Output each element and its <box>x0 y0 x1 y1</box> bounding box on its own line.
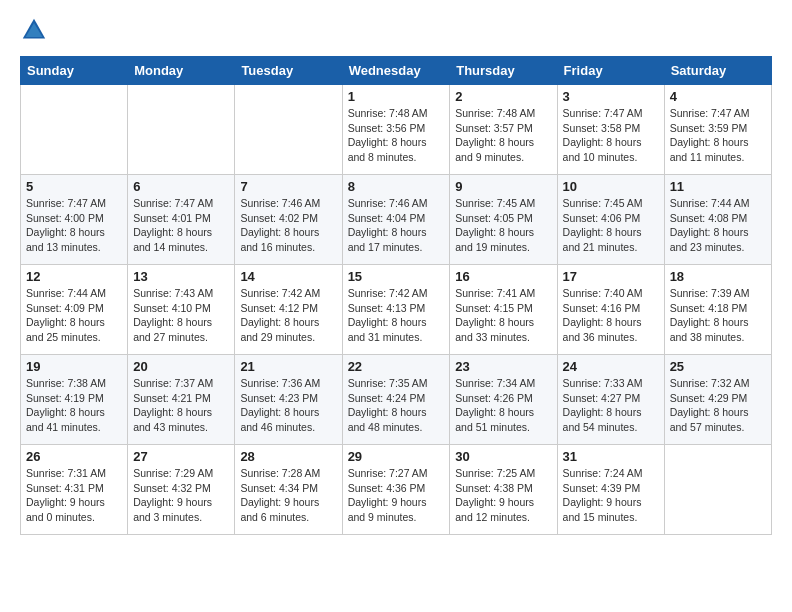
calendar-day-cell: 10Sunrise: 7:45 AMSunset: 4:06 PMDayligh… <box>557 175 664 265</box>
day-number: 11 <box>670 179 766 194</box>
calendar-day-cell <box>128 85 235 175</box>
calendar-day-cell <box>21 85 128 175</box>
calendar-day-cell: 9Sunrise: 7:45 AMSunset: 4:05 PMDaylight… <box>450 175 557 265</box>
day-info: Sunrise: 7:47 AMSunset: 4:00 PMDaylight:… <box>26 196 122 255</box>
calendar-day-cell: 11Sunrise: 7:44 AMSunset: 4:08 PMDayligh… <box>664 175 771 265</box>
calendar-day-cell: 29Sunrise: 7:27 AMSunset: 4:36 PMDayligh… <box>342 445 450 535</box>
calendar-day-header: Friday <box>557 57 664 85</box>
day-number: 15 <box>348 269 445 284</box>
calendar-day-cell: 17Sunrise: 7:40 AMSunset: 4:16 PMDayligh… <box>557 265 664 355</box>
day-number: 30 <box>455 449 551 464</box>
day-info: Sunrise: 7:47 AMSunset: 3:59 PMDaylight:… <box>670 106 766 165</box>
day-info: Sunrise: 7:48 AMSunset: 3:57 PMDaylight:… <box>455 106 551 165</box>
day-info: Sunrise: 7:37 AMSunset: 4:21 PMDaylight:… <box>133 376 229 435</box>
day-number: 9 <box>455 179 551 194</box>
day-number: 19 <box>26 359 122 374</box>
day-info: Sunrise: 7:36 AMSunset: 4:23 PMDaylight:… <box>240 376 336 435</box>
day-info: Sunrise: 7:45 AMSunset: 4:05 PMDaylight:… <box>455 196 551 255</box>
day-number: 21 <box>240 359 336 374</box>
calendar-week-row: 1Sunrise: 7:48 AMSunset: 3:56 PMDaylight… <box>21 85 772 175</box>
day-info: Sunrise: 7:31 AMSunset: 4:31 PMDaylight:… <box>26 466 122 525</box>
day-number: 8 <box>348 179 445 194</box>
calendar-week-row: 5Sunrise: 7:47 AMSunset: 4:00 PMDaylight… <box>21 175 772 265</box>
day-info: Sunrise: 7:32 AMSunset: 4:29 PMDaylight:… <box>670 376 766 435</box>
calendar-day-cell: 23Sunrise: 7:34 AMSunset: 4:26 PMDayligh… <box>450 355 557 445</box>
calendar-day-cell: 16Sunrise: 7:41 AMSunset: 4:15 PMDayligh… <box>450 265 557 355</box>
calendar-day-cell: 22Sunrise: 7:35 AMSunset: 4:24 PMDayligh… <box>342 355 450 445</box>
day-info: Sunrise: 7:44 AMSunset: 4:08 PMDaylight:… <box>670 196 766 255</box>
calendar-day-cell: 15Sunrise: 7:42 AMSunset: 4:13 PMDayligh… <box>342 265 450 355</box>
day-info: Sunrise: 7:46 AMSunset: 4:04 PMDaylight:… <box>348 196 445 255</box>
calendar-day-cell: 20Sunrise: 7:37 AMSunset: 4:21 PMDayligh… <box>128 355 235 445</box>
day-number: 14 <box>240 269 336 284</box>
logo-icon <box>20 16 48 44</box>
calendar-day-header: Wednesday <box>342 57 450 85</box>
day-number: 5 <box>26 179 122 194</box>
day-number: 12 <box>26 269 122 284</box>
calendar-day-cell: 18Sunrise: 7:39 AMSunset: 4:18 PMDayligh… <box>664 265 771 355</box>
calendar-day-cell: 8Sunrise: 7:46 AMSunset: 4:04 PMDaylight… <box>342 175 450 265</box>
day-number: 23 <box>455 359 551 374</box>
day-number: 22 <box>348 359 445 374</box>
day-number: 28 <box>240 449 336 464</box>
day-number: 18 <box>670 269 766 284</box>
day-info: Sunrise: 7:42 AMSunset: 4:13 PMDaylight:… <box>348 286 445 345</box>
day-number: 27 <box>133 449 229 464</box>
calendar-day-header: Saturday <box>664 57 771 85</box>
calendar-day-cell: 4Sunrise: 7:47 AMSunset: 3:59 PMDaylight… <box>664 85 771 175</box>
day-info: Sunrise: 7:25 AMSunset: 4:38 PMDaylight:… <box>455 466 551 525</box>
calendar-day-header: Sunday <box>21 57 128 85</box>
logo <box>20 16 52 44</box>
day-number: 2 <box>455 89 551 104</box>
day-info: Sunrise: 7:28 AMSunset: 4:34 PMDaylight:… <box>240 466 336 525</box>
calendar-day-cell: 6Sunrise: 7:47 AMSunset: 4:01 PMDaylight… <box>128 175 235 265</box>
day-number: 3 <box>563 89 659 104</box>
day-number: 1 <box>348 89 445 104</box>
calendar-day-cell: 12Sunrise: 7:44 AMSunset: 4:09 PMDayligh… <box>21 265 128 355</box>
calendar-week-row: 26Sunrise: 7:31 AMSunset: 4:31 PMDayligh… <box>21 445 772 535</box>
calendar-day-cell: 3Sunrise: 7:47 AMSunset: 3:58 PMDaylight… <box>557 85 664 175</box>
calendar-day-cell: 14Sunrise: 7:42 AMSunset: 4:12 PMDayligh… <box>235 265 342 355</box>
calendar-header-row: SundayMondayTuesdayWednesdayThursdayFrid… <box>21 57 772 85</box>
page-header <box>20 16 772 44</box>
day-number: 6 <box>133 179 229 194</box>
day-info: Sunrise: 7:38 AMSunset: 4:19 PMDaylight:… <box>26 376 122 435</box>
calendar-day-cell: 5Sunrise: 7:47 AMSunset: 4:00 PMDaylight… <box>21 175 128 265</box>
day-number: 17 <box>563 269 659 284</box>
day-number: 16 <box>455 269 551 284</box>
day-number: 25 <box>670 359 766 374</box>
calendar-week-row: 12Sunrise: 7:44 AMSunset: 4:09 PMDayligh… <box>21 265 772 355</box>
calendar-day-header: Thursday <box>450 57 557 85</box>
calendar-day-cell: 7Sunrise: 7:46 AMSunset: 4:02 PMDaylight… <box>235 175 342 265</box>
day-number: 24 <box>563 359 659 374</box>
calendar-day-cell: 13Sunrise: 7:43 AMSunset: 4:10 PMDayligh… <box>128 265 235 355</box>
calendar-table: SundayMondayTuesdayWednesdayThursdayFrid… <box>20 56 772 535</box>
day-info: Sunrise: 7:48 AMSunset: 3:56 PMDaylight:… <box>348 106 445 165</box>
day-info: Sunrise: 7:39 AMSunset: 4:18 PMDaylight:… <box>670 286 766 345</box>
calendar-day-cell: 26Sunrise: 7:31 AMSunset: 4:31 PMDayligh… <box>21 445 128 535</box>
day-number: 20 <box>133 359 229 374</box>
day-info: Sunrise: 7:42 AMSunset: 4:12 PMDaylight:… <box>240 286 336 345</box>
day-info: Sunrise: 7:47 AMSunset: 4:01 PMDaylight:… <box>133 196 229 255</box>
day-number: 10 <box>563 179 659 194</box>
calendar-week-row: 19Sunrise: 7:38 AMSunset: 4:19 PMDayligh… <box>21 355 772 445</box>
calendar-day-cell <box>664 445 771 535</box>
day-info: Sunrise: 7:35 AMSunset: 4:24 PMDaylight:… <box>348 376 445 435</box>
day-number: 26 <box>26 449 122 464</box>
calendar-day-cell: 27Sunrise: 7:29 AMSunset: 4:32 PMDayligh… <box>128 445 235 535</box>
day-info: Sunrise: 7:44 AMSunset: 4:09 PMDaylight:… <box>26 286 122 345</box>
day-info: Sunrise: 7:33 AMSunset: 4:27 PMDaylight:… <box>563 376 659 435</box>
day-info: Sunrise: 7:46 AMSunset: 4:02 PMDaylight:… <box>240 196 336 255</box>
day-info: Sunrise: 7:29 AMSunset: 4:32 PMDaylight:… <box>133 466 229 525</box>
calendar-day-cell <box>235 85 342 175</box>
day-number: 13 <box>133 269 229 284</box>
calendar-day-cell: 28Sunrise: 7:28 AMSunset: 4:34 PMDayligh… <box>235 445 342 535</box>
day-info: Sunrise: 7:24 AMSunset: 4:39 PMDaylight:… <box>563 466 659 525</box>
calendar-day-cell: 2Sunrise: 7:48 AMSunset: 3:57 PMDaylight… <box>450 85 557 175</box>
calendar-day-cell: 21Sunrise: 7:36 AMSunset: 4:23 PMDayligh… <box>235 355 342 445</box>
calendar-day-cell: 19Sunrise: 7:38 AMSunset: 4:19 PMDayligh… <box>21 355 128 445</box>
day-info: Sunrise: 7:27 AMSunset: 4:36 PMDaylight:… <box>348 466 445 525</box>
calendar-day-header: Monday <box>128 57 235 85</box>
day-number: 29 <box>348 449 445 464</box>
day-info: Sunrise: 7:45 AMSunset: 4:06 PMDaylight:… <box>563 196 659 255</box>
